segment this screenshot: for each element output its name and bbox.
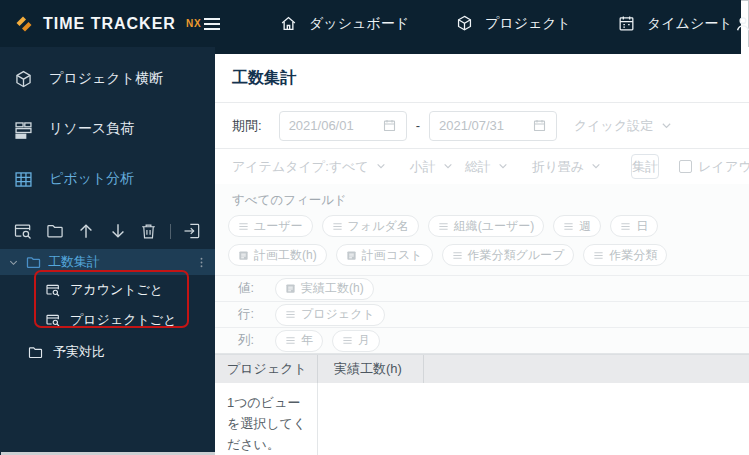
view-search-icon[interactable] — [13, 221, 33, 241]
field-chip[interactable]: ユーザー — [228, 215, 313, 237]
subtotal-label: 小計 — [410, 158, 436, 176]
aggregate-button[interactable]: 集計 — [631, 154, 659, 179]
checkbox-icon[interactable] — [679, 160, 692, 173]
nav-timesheet[interactable]: タイムシート — [617, 14, 733, 33]
rows-icon — [285, 309, 296, 320]
subtotal-dropdown[interactable]: 小計 — [410, 158, 453, 176]
rows-axis-label: 行: — [238, 306, 266, 323]
rows-icon — [238, 221, 249, 232]
field-chip-label: 作業分類 — [609, 247, 657, 264]
sidebar-item-cross-project[interactable]: プロジェクト横断 — [0, 54, 215, 104]
field-chip-label: 日 — [636, 218, 648, 235]
main-content: 工数集計 期間: 2021/06/01 - 2021/07/31 — [215, 47, 749, 455]
field-chip[interactable]: 計画工数(h) — [228, 244, 327, 266]
page-title: 工数集計 — [215, 54, 749, 103]
field-chip[interactable]: 作業分類 — [583, 244, 667, 266]
field-chip[interactable]: フォルダ名 — [322, 215, 419, 237]
measure-icon — [346, 250, 357, 261]
brand-name: TIME TRACKER — [43, 15, 176, 33]
field-chip-label: 月 — [358, 332, 370, 349]
brand-mark-icon — [12, 12, 36, 36]
kebab-menu-icon[interactable] — [195, 255, 208, 270]
field-chip[interactable]: 年 — [275, 330, 323, 352]
tree-node-yojitsu-taihi[interactable]: 予実対比 — [0, 338, 215, 366]
collapse-dropdown[interactable]: 折り畳み — [532, 158, 602, 176]
sidebar-item-label: リソース負荷 — [49, 120, 134, 138]
field-chip-label: 週 — [579, 218, 591, 235]
field-chip[interactable]: 実績工数(h) — [275, 278, 374, 300]
app-logo[interactable]: TIME TRACKER NX — [12, 12, 202, 36]
sidebar-item-resource-load[interactable]: リソース負荷 — [0, 104, 215, 154]
cube-icon — [455, 14, 474, 33]
tree-view-project-goto[interactable]: プロジェクトごと — [0, 305, 215, 335]
nav-project[interactable]: プロジェクト — [455, 14, 571, 33]
arrow-up-icon[interactable] — [76, 221, 96, 241]
field-chip[interactable]: 日 — [610, 215, 658, 237]
pivot-panel: 工数集計 期間: 2021/06/01 - 2021/07/31 — [215, 54, 749, 455]
import-view-icon[interactable] — [182, 221, 202, 241]
sidebar-item-label: プロジェクト横断 — [49, 70, 163, 88]
hamburger-menu-icon[interactable] — [202, 16, 222, 32]
field-chip-label: ユーザー — [254, 218, 303, 235]
quick-settings-label: クイック設定 — [574, 117, 653, 135]
available-fields: ユーザー フォルダ名 組織(ユーザー) 週 — [215, 213, 749, 275]
grand-total-dropdown[interactable]: 総計 — [465, 158, 508, 176]
folder-icon — [25, 254, 42, 271]
rows-icon — [342, 335, 353, 346]
start-date-value: 2021/06/01 — [289, 118, 354, 133]
cols-axis-row: 列: 年 月 — [215, 327, 749, 353]
rows-icon — [285, 335, 296, 346]
resource-bars-icon — [13, 119, 34, 140]
pivot-grid-icon — [13, 169, 34, 190]
view-search-icon — [45, 312, 61, 328]
field-chip-label: フォルダ名 — [348, 218, 409, 235]
all-fields-label: すべてのフィールド — [215, 184, 749, 213]
view-toolbar — [0, 213, 215, 249]
tree-view-account-goto[interactable]: アカウントごと — [0, 275, 215, 305]
layout-checkbox-group[interactable]: レイアウト — [679, 158, 749, 176]
column-header-project[interactable]: プロジェクト — [215, 355, 318, 383]
grand-total-label: 総計 — [465, 158, 491, 176]
cols-axis-label: 列: — [238, 332, 266, 349]
toolbar-divider — [170, 224, 171, 239]
panel-backdrop — [215, 47, 741, 54]
measure-icon — [238, 250, 249, 261]
user-account-icon[interactable] — [733, 14, 749, 34]
tree-node-kosuu-shuukei[interactable]: 工数集計 — [0, 249, 215, 275]
chevron-down-icon — [591, 163, 601, 170]
chevron-down-icon[interactable] — [8, 257, 19, 268]
chevron-down-icon — [498, 163, 508, 170]
chevron-down-icon — [443, 163, 453, 170]
app-window: TIME TRACKER NX ダッシュボード — [0, 0, 749, 455]
field-chip[interactable]: プロジェクト — [275, 304, 385, 326]
logo-zone: TIME TRACKER NX — [0, 12, 215, 36]
field-chip[interactable]: 月 — [332, 330, 380, 352]
sidebar-item-pivot-analysis[interactable]: ピボット分析 — [0, 154, 215, 204]
topbar: TIME TRACKER NX ダッシュボード — [0, 0, 741, 47]
trash-icon[interactable] — [139, 222, 158, 241]
rows-icon — [438, 221, 449, 232]
rows-icon — [593, 250, 604, 261]
period-label: 期間: — [232, 117, 262, 135]
field-chip[interactable]: 計画コスト — [336, 244, 433, 266]
column-header-actual-hours[interactable]: 実績工数(h) — [318, 355, 424, 383]
folder-icon[interactable] — [45, 221, 65, 241]
item-type-label: アイテムタイプ:すべて — [232, 158, 369, 176]
nav-dashboard[interactable]: ダッシュボード — [279, 14, 409, 33]
field-chip[interactable]: 組織(ユーザー) — [428, 215, 545, 237]
field-chip-label: プロジェクト — [301, 306, 375, 323]
quick-settings-dropdown[interactable]: クイック設定 — [574, 117, 672, 135]
item-type-dropdown[interactable]: アイテムタイプ:すべて — [232, 158, 386, 176]
field-chip[interactable]: 作業分類グループ — [442, 244, 575, 266]
rows-icon — [563, 221, 574, 232]
field-chip[interactable]: 週 — [553, 215, 601, 237]
field-chip-label: 実績工数(h) — [301, 280, 364, 297]
period-filter-row: 期間: 2021/06/01 - 2021/07/31 — [215, 103, 749, 149]
start-date-input[interactable]: 2021/06/01 — [279, 111, 407, 141]
rows-axis-row: 行: プロジェクト — [215, 301, 749, 327]
end-date-input[interactable]: 2021/07/31 — [429, 111, 557, 141]
user-zone — [733, 14, 749, 34]
sidebar: プロジェクト横断 リソース負荷 ピボット分析 — [0, 47, 215, 455]
arrow-down-icon[interactable] — [108, 221, 128, 241]
field-chip-label: 年 — [301, 332, 313, 349]
